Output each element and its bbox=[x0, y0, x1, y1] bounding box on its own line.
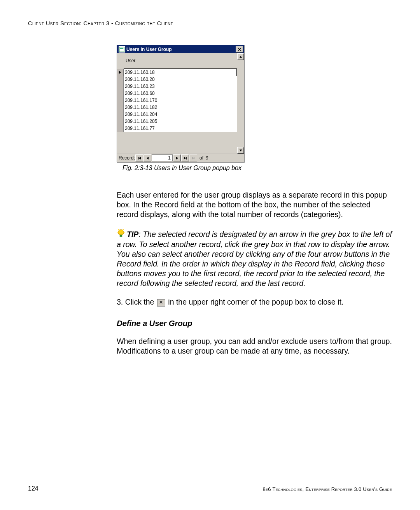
figure-caption: Fig. 2:3-13 Users in User Group popup bo… bbox=[117, 165, 247, 172]
user-cell[interactable]: 209.11.161.182 bbox=[124, 104, 237, 111]
table-row[interactable]: 209.11.160.23 bbox=[117, 83, 237, 90]
next-record-button[interactable] bbox=[173, 154, 181, 161]
row-selector[interactable] bbox=[117, 104, 124, 111]
vertical-scrollbar[interactable] bbox=[237, 53, 244, 154]
row-selector[interactable] bbox=[117, 69, 124, 76]
step-3-text-a: Click the bbox=[125, 298, 156, 306]
lightbulb-icon bbox=[117, 229, 125, 238]
scroll-down-button[interactable] bbox=[237, 147, 244, 154]
row-selector[interactable] bbox=[117, 125, 124, 132]
page-number: 124 bbox=[28, 485, 38, 492]
user-cell[interactable]: 209.11.160.18 bbox=[124, 68, 237, 76]
figure-popup-screenshot: Users in User Group User 209.11.160.1820… bbox=[117, 45, 247, 177]
user-list-pane: User 209.11.160.18209.11.160.20209.11.16… bbox=[117, 53, 237, 154]
scroll-up-button[interactable] bbox=[237, 53, 244, 60]
row-selector[interactable] bbox=[117, 111, 124, 118]
record-label: Record: bbox=[119, 155, 135, 161]
table-row[interactable]: 209.11.161.182 bbox=[117, 104, 237, 111]
column-header-user: User bbox=[117, 56, 237, 69]
footer-text: 8e6 Technologies, Enterprise Reporter 3.… bbox=[263, 486, 392, 492]
last-record-button[interactable] bbox=[181, 154, 189, 161]
record-total: 9 bbox=[206, 155, 208, 161]
record-navigator: Record: 1 bbox=[117, 154, 244, 162]
popup-titlebar: Users in User Group bbox=[117, 45, 244, 53]
close-button[interactable] bbox=[236, 46, 243, 53]
popup-window: Users in User Group User 209.11.160.1820… bbox=[117, 45, 244, 162]
header-rule bbox=[28, 29, 392, 29]
close-icon: ✕ bbox=[157, 299, 165, 307]
user-cell[interactable]: 209.11.160.60 bbox=[124, 90, 237, 97]
table-row[interactable]: 209.11.161.170 bbox=[117, 97, 237, 104]
tip-label: TIP bbox=[127, 230, 138, 238]
paragraph-1: Each user entered for the user group dis… bbox=[117, 190, 392, 219]
table-row[interactable]: 209.11.161.204 bbox=[117, 111, 237, 118]
row-selector[interactable] bbox=[117, 97, 124, 104]
step-3: 3. Click the ✕ in the upper right corner… bbox=[117, 297, 392, 307]
user-cell[interactable]: 209.11.161.170 bbox=[124, 97, 237, 104]
tip-text: : The selected record is designated by a… bbox=[117, 230, 392, 287]
new-record-button[interactable] bbox=[189, 154, 197, 161]
popup-title: Users in User Group bbox=[126, 47, 172, 52]
prev-record-button[interactable] bbox=[144, 154, 151, 161]
record-current-input[interactable]: 1 bbox=[152, 154, 173, 161]
heading-define-user-group: Define a User Group bbox=[117, 319, 392, 328]
table-row[interactable]: 209.11.160.20 bbox=[117, 76, 237, 83]
user-cell[interactable]: 209.11.161.204 bbox=[124, 111, 237, 118]
first-record-button[interactable] bbox=[135, 154, 143, 161]
table-row[interactable]: 209.11.160.60 bbox=[117, 90, 237, 97]
user-cell[interactable]: 209.11.161.77 bbox=[124, 125, 237, 132]
paragraph-2: When defining a user group, you can add … bbox=[117, 336, 392, 356]
running-header: Client User Section: Chapter 3 - Customi… bbox=[28, 20, 392, 26]
row-selector[interactable] bbox=[117, 118, 124, 125]
user-cell[interactable]: 209.11.160.23 bbox=[124, 83, 237, 90]
record-of-label: of bbox=[200, 155, 203, 161]
user-cell[interactable]: 209.11.161.205 bbox=[124, 118, 237, 125]
row-selector[interactable] bbox=[117, 76, 124, 83]
row-selector[interactable] bbox=[117, 83, 124, 90]
table-row[interactable]: 209.11.161.77 bbox=[117, 125, 237, 132]
svg-rect-3 bbox=[120, 235, 122, 237]
table-row[interactable]: 209.11.161.205 bbox=[117, 118, 237, 125]
row-selector[interactable] bbox=[117, 90, 124, 97]
step-3-text-b: in the upper right corner of the popup b… bbox=[166, 298, 343, 306]
svg-rect-1 bbox=[120, 47, 123, 49]
step-number: 3. bbox=[117, 298, 123, 306]
tip-block: TIP: The selected record is designated b… bbox=[117, 230, 392, 288]
user-cell[interactable]: 209.11.160.20 bbox=[124, 76, 237, 83]
window-icon bbox=[119, 46, 125, 53]
table-row[interactable]: 209.11.160.18 bbox=[117, 69, 237, 76]
